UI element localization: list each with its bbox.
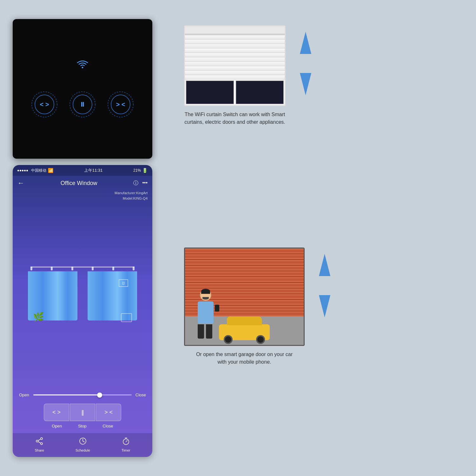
person-head bbox=[200, 289, 211, 301]
share-icon bbox=[35, 437, 43, 447]
svg-point-10 bbox=[41, 438, 43, 440]
garage-section: Or open the smart garage door on your ca… bbox=[184, 248, 305, 366]
phone-bottom-bar: Share Schedule bbox=[13, 433, 152, 457]
drawer-icon bbox=[121, 313, 132, 322]
curtain-area: 🌿 🖼 bbox=[13, 201, 152, 389]
svg-point-0 bbox=[82, 67, 83, 68]
slider-open-label: Open bbox=[19, 393, 30, 397]
wifi-icon bbox=[76, 59, 89, 71]
car-top bbox=[227, 316, 262, 325]
timer-tab[interactable]: Timer bbox=[122, 437, 130, 452]
garage-description: Or open the smart garage door on your ca… bbox=[196, 351, 293, 366]
shutter-illustration: The WiFi curtain Switch can work with Sm… bbox=[184, 25, 286, 126]
person-body bbox=[198, 301, 214, 324]
shutter-window bbox=[185, 80, 285, 105]
garage-arrow-up-icon bbox=[319, 254, 330, 276]
open-control-button[interactable]: < > bbox=[44, 404, 69, 421]
more-icon[interactable]: ••• bbox=[142, 180, 148, 187]
phone-mockup: 中国移动 📶 上午11:31 21% 🔋 ← Office Window ⓘ •… bbox=[13, 165, 152, 457]
person-legs bbox=[198, 324, 214, 339]
shutter-slats bbox=[185, 35, 285, 80]
share-label: Share bbox=[35, 448, 44, 452]
header-icons: ⓘ ••• bbox=[133, 180, 148, 187]
slider-close-label: Close bbox=[135, 393, 146, 397]
shutter-description: The WiFi curtain Switch can work with Sm… bbox=[184, 111, 285, 126]
arrow-down-icon bbox=[300, 73, 311, 95]
ctrl-labels-row: Open Stop Close bbox=[44, 424, 121, 428]
switch-buttons-row: < > ⏸ > < bbox=[30, 90, 135, 119]
timer-icon bbox=[122, 437, 130, 447]
window-pane-right bbox=[235, 80, 284, 104]
slider-thumb[interactable] bbox=[97, 393, 102, 398]
right-top-section: The WiFi curtain Switch can work with Sm… bbox=[178, 19, 463, 235]
phone-header: ← Office Window ⓘ ••• bbox=[13, 176, 152, 190]
slider-track[interactable] bbox=[33, 394, 132, 395]
battery-percentage: 21% bbox=[133, 168, 141, 173]
svg-text:⏸: ⏸ bbox=[79, 101, 86, 108]
curtain-illustration: 🌿 🖼 bbox=[17, 267, 148, 324]
model-text: Model:KING-Q4 bbox=[17, 196, 148, 201]
person-figure bbox=[198, 289, 214, 339]
car-wheel-left bbox=[224, 335, 233, 344]
close-switch-button[interactable]: > < bbox=[106, 90, 135, 119]
schedule-label: Schedule bbox=[76, 448, 90, 452]
arrow-up-icon bbox=[300, 32, 311, 54]
info-icon[interactable]: ⓘ bbox=[133, 180, 138, 187]
battery-section: 21% 🔋 bbox=[133, 168, 148, 173]
svg-line-14 bbox=[38, 442, 41, 443]
person-phone-prop bbox=[215, 305, 219, 312]
stop-label: Stop bbox=[78, 424, 87, 428]
share-tab[interactable]: Share bbox=[35, 437, 44, 452]
window-pane-left bbox=[186, 80, 234, 104]
svg-line-13 bbox=[38, 439, 41, 441]
status-left: 中国移动 📶 bbox=[17, 168, 53, 173]
shutter-frame bbox=[184, 25, 286, 106]
stop-switch-button[interactable]: ⏸ bbox=[68, 90, 97, 119]
stop-control-button[interactable]: ‖ bbox=[70, 404, 95, 421]
svg-line-21 bbox=[126, 440, 127, 442]
back-button[interactable]: ← bbox=[17, 179, 24, 187]
svg-point-11 bbox=[36, 440, 38, 442]
svg-line-17 bbox=[83, 441, 84, 442]
main-container: < > ⏸ > < bbox=[0, 0, 476, 476]
garage-car bbox=[219, 324, 270, 340]
schedule-tab[interactable]: Schedule bbox=[76, 437, 90, 452]
open-switch-button[interactable]: < > bbox=[30, 90, 59, 119]
slider-section: Open Close bbox=[13, 389, 152, 399]
slider-fill bbox=[33, 394, 102, 395]
svg-text:> <: > < bbox=[116, 101, 125, 108]
left-column: < > ⏸ > < bbox=[13, 19, 171, 457]
timer-label: Timer bbox=[122, 448, 130, 452]
control-buttons-section: < > ‖ > < Open Stop Close bbox=[13, 399, 152, 433]
wifi-status: 📶 bbox=[48, 168, 53, 173]
schedule-icon bbox=[79, 437, 87, 447]
control-btns-row: < > ‖ > < bbox=[44, 404, 121, 421]
curtain-hooks bbox=[30, 267, 135, 270]
app-title: Office Window bbox=[61, 180, 97, 187]
shutter-top-bar bbox=[185, 26, 285, 35]
garage-arrows bbox=[319, 248, 330, 317]
status-time: 上午11:31 bbox=[84, 168, 103, 173]
battery-icon: 🔋 bbox=[142, 168, 148, 173]
picture-frame-icon: 🖼 bbox=[119, 279, 128, 287]
car-body bbox=[219, 324, 270, 340]
right-bottom-section: Or open the smart garage door on your ca… bbox=[178, 241, 463, 457]
phone-status-bar: 中国移动 📶 上午11:31 21% 🔋 bbox=[13, 165, 152, 176]
car-wheel-right bbox=[256, 335, 265, 344]
plant-icon: 🌿 bbox=[33, 312, 44, 322]
garage-frame bbox=[184, 248, 305, 346]
close-control-button[interactable]: > < bbox=[96, 404, 121, 421]
switch-panel: < > ⏸ > < bbox=[13, 19, 152, 159]
open-label: Open bbox=[52, 424, 62, 428]
manufacturer-text: Manufacturer:KingArt bbox=[17, 190, 148, 196]
carrier-text: 中国移动 bbox=[31, 168, 46, 173]
svg-text:< >: < > bbox=[40, 101, 49, 108]
close-label: Close bbox=[102, 424, 113, 428]
garage-arrow-down-icon bbox=[319, 295, 330, 317]
phone-subtitle: Manufacturer:KingArt Model:KING-Q4 bbox=[13, 190, 152, 201]
svg-point-12 bbox=[41, 443, 43, 445]
shutter-arrows bbox=[300, 25, 311, 95]
